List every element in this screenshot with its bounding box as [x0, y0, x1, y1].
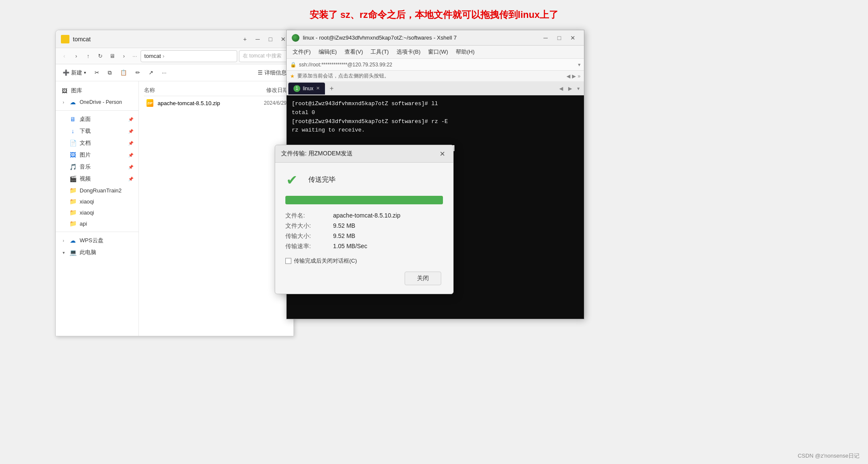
path-bar[interactable]: tomcat › [141, 50, 237, 62]
folder-icon-1: 📁 [69, 187, 76, 194]
sidebar: 🖼 图库 › ☁ OneDrive - Person 🖥 桌面 📌 ↓ 下 [56, 81, 139, 336]
xshell-logo [292, 34, 299, 42]
zmodem-close-x[interactable]: ✕ [437, 149, 447, 159]
terminal-line-2: total 0 [292, 109, 579, 117]
status-row: ✔ 传送完毕 [285, 171, 443, 188]
path-text: tomcat [144, 53, 161, 59]
forward-button[interactable]: › [71, 51, 81, 61]
menu-tools[interactable]: 工具(T) [367, 47, 392, 57]
details-button[interactable]: ☰ 详细信息 [254, 67, 290, 78]
xshell-tabbar: 1 linux ✕ + ◀ ▶ ▾ [287, 82, 584, 95]
auto-close-label: 传输完成后关闭对话框(C) [294, 257, 357, 265]
address-bar: ‹ › ↑ ↻ 🖥 › ··· tomcat › 在 tomcat 中搜索 [56, 48, 293, 64]
tab-scroll-left[interactable]: ◀ [557, 86, 566, 92]
hint-bar: ★ 要添加当前会话，点击左侧的箭头按钮。 ◀ ▶ » [287, 71, 584, 82]
table-row[interactable]: ZIP apache-tomcat-8.5.10.zip 2024/6/29 [144, 96, 288, 110]
hint-expand[interactable]: » [578, 73, 581, 79]
zmodem-dialog: 文件传输: 用ZMODEM发送 ✕ ✔ 传送完毕 文件名: apache-tom… [275, 145, 454, 294]
share-button[interactable]: ↗ [145, 68, 157, 77]
ssh-bar: 🔒 ssh://root:*************@120.79.253.99… [287, 59, 584, 71]
terminal-line-4: rz waiting to receive. [292, 126, 579, 135]
sidebar-item-api[interactable]: 📁 api [56, 218, 138, 229]
sidebar-item-xiaoqi-2[interactable]: 📁 xiaoqi [56, 207, 138, 218]
refresh-button[interactable]: ↻ [95, 51, 105, 61]
folder-icon-2: 📁 [69, 198, 76, 205]
new-button[interactable]: ➕ 新建 ▾ [59, 67, 89, 78]
hint-right-arrow[interactable]: ▶ [572, 73, 576, 79]
check-icon-container: ✔ [285, 171, 302, 188]
xshell-minimize[interactable]: ─ [540, 33, 552, 43]
more-button[interactable]: ··· [158, 68, 170, 77]
progress-bar [285, 196, 443, 204]
menu-view[interactable]: 查看(V) [341, 47, 366, 57]
terminal-line-3: [root@iZwz943dfvhmxnd5kap7otZ softwares]… [292, 117, 579, 126]
transfer-rate-value: 1.05 MB/Sec [333, 243, 443, 250]
scissors-icon: ✂ [95, 69, 99, 76]
transfer-rate-label: 传输速率: [285, 243, 328, 250]
menu-tabs[interactable]: 选项卡(B) [393, 47, 424, 57]
sidebar-item-video[interactable]: 🎬 视频 📌 [56, 173, 138, 185]
paste-button[interactable]: 📋 [117, 68, 130, 77]
titlebar-left: tomcat [61, 35, 91, 43]
search-bar[interactable]: 在 tomcat 中搜索 [239, 50, 290, 62]
sidebar-item-xiaoqi-1[interactable]: 📁 xiaoqi [56, 196, 138, 207]
sidebar-divider [56, 110, 138, 111]
onedrive-icon: ☁ [69, 99, 76, 106]
ssh-address: ssh://root:*************@120.79.253.99:2… [299, 62, 392, 68]
add-tab-button[interactable]: + [240, 34, 250, 44]
sidebar-item-dongruantrain2[interactable]: 📁 DongRuanTrain2 [56, 185, 138, 196]
rename-button[interactable]: ✏ [132, 68, 144, 77]
sidebar-item-pics[interactable]: 🖼 图片 📌 [56, 149, 138, 161]
transfer-size-label: 传输大小: [285, 232, 328, 240]
xshell-maximize[interactable]: □ [553, 33, 565, 43]
music-icon: 🎵 [69, 163, 76, 170]
zmodem-title: 文件传输: 用ZMODEM发送 [281, 150, 353, 158]
sidebar-item-gallery[interactable]: 🖼 图库 [56, 85, 138, 97]
xshell-title: linux - root@iZwz943dfvhmxnd5kap7otZ:~/s… [303, 34, 457, 41]
zip-icon: ZIP [147, 99, 153, 107]
menu-window[interactable]: 窗口(W) [425, 47, 451, 57]
tab-scroll-right[interactable]: ▶ [566, 86, 575, 92]
sidebar-item-wps[interactable]: › ☁ WPS云盘 [56, 235, 138, 246]
file-list-area: 名称 修改日期 ZIP apache-tomcat-8.5.10.zip 202… [139, 81, 293, 336]
close-dialog-button[interactable]: 关闭 [405, 272, 441, 285]
download-icon: ↓ [69, 128, 76, 135]
zmodem-titlebar: 文件传输: 用ZMODEM发送 ✕ [275, 145, 453, 163]
breadcrumb-expand[interactable]: › [119, 51, 129, 61]
sidebar-item-download[interactable]: ↓ 下载 📌 [56, 125, 138, 137]
share-icon: ↗ [149, 69, 153, 76]
tab-linux[interactable]: 1 linux ✕ [288, 83, 325, 95]
xshell-close[interactable]: ✕ [567, 33, 579, 43]
sidebar-item-onedrive[interactable]: › ☁ OneDrive - Person [56, 97, 138, 108]
sidebar-item-desktop[interactable]: 🖥 桌面 📌 [56, 113, 138, 125]
xshell-menubar: 文件(F) 编辑(E) 查看(V) 工具(T) 选项卡(B) 窗口(W) 帮助(… [287, 46, 584, 59]
sidebar-item-music[interactable]: 🎵 音乐 📌 [56, 161, 138, 173]
new-icon: ➕ [63, 69, 69, 76]
minimize-button[interactable]: ─ [253, 34, 263, 44]
hint-left-arrow[interactable]: ◀ [566, 73, 570, 79]
cut-button[interactable]: ✂ [91, 68, 103, 77]
top-annotation: 安装了 sz、rz命令之后，本地文件就可以拖拽传到linux上了 [0, 9, 868, 21]
monitor-button[interactable]: 🖥 [107, 51, 117, 61]
progress-fill [285, 196, 443, 204]
transfer-size-value: 9.52 MB [333, 232, 443, 240]
auto-close-checkbox[interactable] [285, 258, 291, 264]
add-tab-button[interactable]: + [327, 83, 337, 94]
menu-file[interactable]: 文件(F) [289, 47, 314, 57]
expand-icon-pc: ▾ [61, 250, 66, 255]
menu-edit[interactable]: 编辑(E) [315, 47, 340, 57]
sidebar-item-thispc[interactable]: ▾ 💻 此电脑 [56, 246, 138, 258]
copy-button[interactable]: ⧉ [104, 68, 115, 78]
file-explorer-window: tomcat + ─ □ ✕ ‹ › ↑ ↻ 🖥 › ··· tomcat › … [55, 30, 294, 336]
up-button[interactable]: ↑ [83, 51, 93, 61]
tab-menu[interactable]: ▾ [575, 86, 582, 92]
xshell-title-left: linux - root@iZwz943dfvhmxnd5kap7otZ:~/s… [292, 34, 457, 42]
sidebar-item-docs[interactable]: 📄 文档 📌 [56, 137, 138, 149]
maximize-button[interactable]: □ [265, 34, 276, 44]
back-button[interactable]: ‹ [59, 51, 69, 61]
zmodem-footer: 关闭 [285, 272, 443, 285]
tab-close-icon[interactable]: ✕ [316, 86, 320, 91]
menu-help[interactable]: 帮助(H) [452, 47, 478, 57]
tab-number: 1 [293, 85, 300, 92]
file-explorer-content: 🖼 图库 › ☁ OneDrive - Person 🖥 桌面 📌 ↓ 下 [56, 81, 293, 336]
